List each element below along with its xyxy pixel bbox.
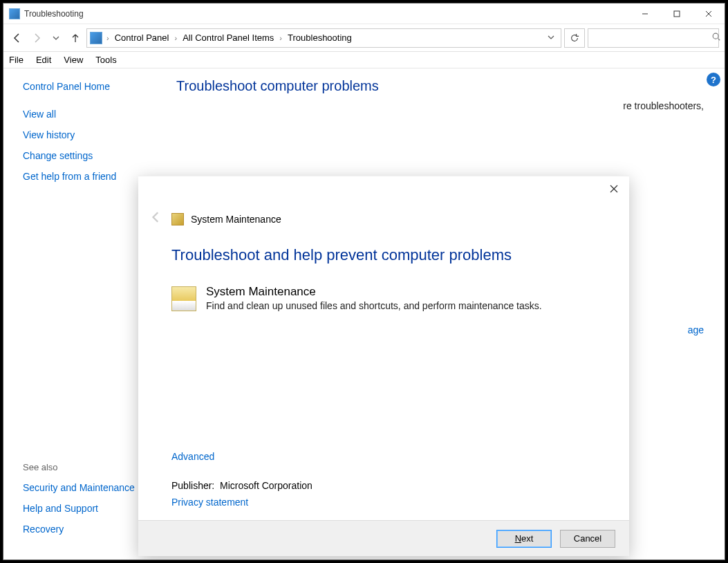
minimize-button[interactable]	[629, 3, 661, 24]
cancel-button[interactable]: Cancel	[560, 530, 615, 548]
body-area: Control Panel Home View all View history…	[3, 68, 725, 560]
chevron-right-icon[interactable]: ›	[106, 34, 109, 42]
troubleshooter-item[interactable]: System Maintenance Find and clean up unu…	[171, 285, 596, 311]
publisher-label: Publisher:	[171, 480, 214, 491]
svg-point-4	[713, 33, 718, 39]
menu-edit[interactable]: Edit	[36, 55, 51, 65]
address-dropdown[interactable]	[544, 33, 558, 43]
background-link-fragment[interactable]: age	[688, 324, 704, 335]
system-maintenance-large-icon	[171, 286, 196, 311]
troubleshooter-item-description: Find and clean up unused files and short…	[206, 300, 542, 311]
control-panel-window: Troubleshooting › C	[3, 3, 725, 560]
background-text-fragment: re troubleshooters,	[623, 100, 704, 111]
sidebar-item-view-history[interactable]: View history	[23, 129, 156, 140]
svg-line-5	[718, 39, 720, 41]
chevron-right-icon[interactable]: ›	[174, 34, 177, 42]
breadcrumb-segment[interactable]: All Control Panel Items	[178, 33, 278, 43]
svg-rect-1	[674, 11, 680, 17]
advanced-link[interactable]: Advanced	[171, 451, 596, 462]
breadcrumb-segment[interactable]: Control Panel	[111, 33, 174, 43]
titlebar: Troubleshooting	[3, 3, 725, 24]
refresh-button[interactable]	[564, 28, 585, 48]
publisher-row: Publisher: Microsoft Corporation	[171, 480, 596, 491]
nav-up-button[interactable]	[67, 30, 84, 46]
menu-view[interactable]: View	[64, 55, 83, 65]
search-box[interactable]	[588, 28, 719, 48]
nav-back-button[interactable]	[9, 30, 26, 46]
navigation-bar: › Control Panel › All Control Panel Item…	[3, 24, 725, 52]
breadcrumb-segment[interactable]: Troubleshooting	[283, 33, 356, 43]
system-maintenance-icon	[171, 213, 184, 225]
address-bar[interactable]: › Control Panel › All Control Panel Item…	[86, 28, 561, 48]
chevron-right-icon[interactable]: ›	[279, 34, 282, 42]
troubleshooter-item-name: System Maintenance	[206, 285, 542, 299]
dialog-header: System Maintenance	[138, 176, 629, 227]
menu-tools[interactable]: Tools	[95, 55, 116, 65]
window-controls	[629, 3, 725, 24]
troubleshooter-item-text: System Maintenance Find and clean up unu…	[206, 285, 542, 311]
next-button[interactable]: Next	[496, 530, 552, 548]
sidebar-item-get-help[interactable]: Get help from a friend	[23, 171, 156, 182]
sidebar-item-home[interactable]: Control Panel Home	[23, 81, 156, 92]
app-icon	[9, 8, 20, 19]
page-title: Troubleshoot computer problems	[176, 78, 704, 94]
dialog-title: Troubleshoot and help prevent computer p…	[171, 246, 596, 264]
maximize-button[interactable]	[661, 3, 693, 24]
nav-history-dropdown[interactable]	[48, 30, 64, 46]
menu-bar: File Edit View Tools	[3, 52, 725, 68]
dialog-back-button[interactable]	[148, 211, 165, 227]
search-input[interactable]	[592, 32, 711, 44]
publisher-value: Microsoft Corporation	[220, 480, 312, 491]
privacy-statement-link[interactable]: Privacy statement	[171, 497, 248, 508]
dialog-footer: Next Cancel	[138, 520, 629, 556]
location-icon	[90, 32, 102, 44]
dialog-body: Troubleshoot and help prevent computer p…	[138, 227, 629, 520]
dialog-header-label: System Maintenance	[191, 214, 281, 225]
search-icon[interactable]	[711, 32, 721, 44]
close-button[interactable]	[693, 3, 725, 24]
dialog-close-button[interactable]	[604, 181, 624, 197]
troubleshooter-dialog: System Maintenance Troubleshoot and help…	[138, 176, 629, 556]
sidebar-item-view-all[interactable]: View all	[23, 109, 156, 120]
nav-forward-button[interactable]	[28, 30, 45, 46]
help-icon[interactable]: ?	[707, 73, 720, 86]
menu-file[interactable]: File	[9, 55, 24, 65]
dialog-links: Advanced Publisher: Microsoft Corporatio…	[171, 451, 596, 520]
sidebar-item-change-settings[interactable]: Change settings	[23, 150, 156, 161]
window-title: Troubleshooting	[24, 9, 84, 19]
